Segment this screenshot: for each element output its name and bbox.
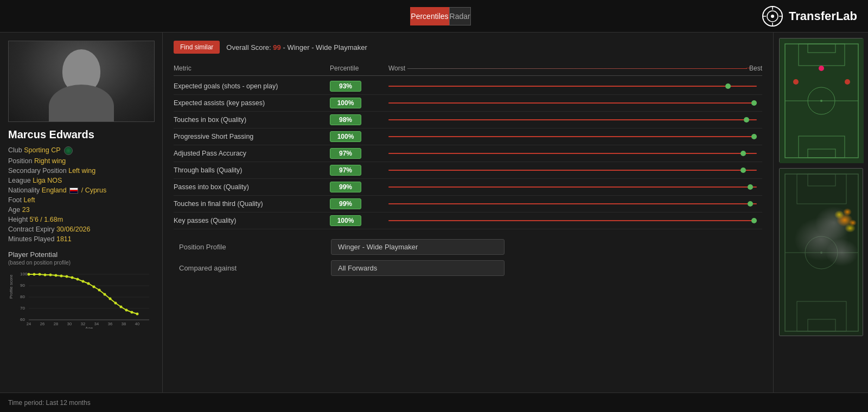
svg-text:60: 60 xyxy=(20,317,25,322)
footer: Time period: Last 12 months xyxy=(0,392,868,412)
metric-bar-container xyxy=(388,86,762,87)
svg-point-61 xyxy=(819,66,824,71)
metric-bar-container xyxy=(388,102,762,104)
metric-name: Expected assists (key passes) xyxy=(174,99,326,107)
position-profile-row: Position Profile Winger - Wide Playmaker xyxy=(174,239,762,255)
compared-against-label: Compared against xyxy=(174,264,326,272)
info-foot: Foot Left xyxy=(8,196,154,204)
percentile-badge: 99% xyxy=(330,182,361,192)
metric-bar-dot xyxy=(725,83,731,89)
metric-bar-container xyxy=(388,153,762,154)
svg-text:Profile score: Profile score xyxy=(9,274,14,299)
svg-text:80: 80 xyxy=(20,294,25,299)
percentile-badge: 93% xyxy=(330,81,361,92)
svg-point-38 xyxy=(76,278,79,281)
tab-radar[interactable]: Radar xyxy=(449,7,471,25)
metric-bar-dot xyxy=(751,100,757,106)
main-content: Marcus Edwards Club Sporting CP Position… xyxy=(0,33,868,392)
svg-text:38: 38 xyxy=(122,321,126,326)
info-contract: Contract Expiry 30/06/2026 xyxy=(8,226,154,233)
potential-subtitle: (based on position profile) xyxy=(8,260,154,266)
find-similar-bar: Find similar Overall Score: 99 - Winger … xyxy=(174,41,762,54)
potential-section: Player Potential (based on position prof… xyxy=(8,250,154,329)
info-age: Age 23 xyxy=(8,206,154,214)
svg-text:Age: Age xyxy=(85,326,93,329)
svg-point-59 xyxy=(793,79,799,85)
metric-name: Touches in final third (Quality) xyxy=(174,200,326,208)
profile-info: Position Profile Winger - Wide Playmaker… xyxy=(174,239,762,276)
info-minutes: Minutes Played 1811 xyxy=(8,235,154,243)
percentile-badge: 97% xyxy=(330,165,361,176)
svg-point-32 xyxy=(44,274,47,276)
center-content: Find similar Overall Score: 99 - Winger … xyxy=(163,33,773,392)
svg-point-34 xyxy=(55,274,58,277)
svg-point-54 xyxy=(820,100,822,102)
info-league: League Liga NOS xyxy=(8,177,154,184)
find-similar-button[interactable]: Find similar xyxy=(174,41,220,54)
svg-point-42 xyxy=(98,289,101,292)
percentile-badge: 99% xyxy=(330,198,361,209)
metric-bar-dot xyxy=(741,168,746,173)
metric-bar-dot xyxy=(751,218,757,223)
svg-point-37 xyxy=(71,276,74,279)
svg-point-78 xyxy=(849,220,857,226)
svg-point-48 xyxy=(131,311,133,314)
percentile-badge: 98% xyxy=(330,114,361,125)
metric-name: Progressive Short Passing xyxy=(174,133,326,140)
worst-best-header: Worst Best xyxy=(388,65,762,72)
pitch-mini-top xyxy=(779,38,863,163)
right-panel xyxy=(773,33,868,392)
metric-bar-container xyxy=(388,119,762,120)
metric-bar-container xyxy=(388,136,762,137)
metric-bar-track xyxy=(388,220,757,221)
percentile-badge: 100% xyxy=(330,215,361,226)
metric-row: Progressive Short Passing 100% xyxy=(174,128,762,145)
sidebar: Marcus Edwards Club Sporting CP Position… xyxy=(0,33,163,392)
metrics-header-row: Metric Percentile Worst Best xyxy=(174,61,762,76)
svg-point-29 xyxy=(28,273,30,276)
info-club: Club Sporting CP xyxy=(8,146,154,155)
svg-point-73 xyxy=(826,239,858,266)
svg-point-39 xyxy=(82,280,85,283)
metric-name: Expected goals (shots - open play) xyxy=(174,82,326,90)
svg-text:40: 40 xyxy=(135,321,139,326)
metric-name: Touches in box (Quality) xyxy=(174,116,326,124)
metric-row: Key passes (Quality) 100% xyxy=(174,213,762,229)
metric-bar-track xyxy=(388,203,757,204)
svg-point-35 xyxy=(60,275,63,278)
svg-text:34: 34 xyxy=(94,321,99,326)
potential-chart-svg: Profile score 100 90 80 70 60 xyxy=(8,269,155,329)
worst-label: Worst xyxy=(388,65,405,72)
compared-against-value: All Forwards xyxy=(331,260,505,276)
position-profile-label: Position Profile xyxy=(174,243,326,251)
svg-point-2 xyxy=(771,15,774,18)
player-photo xyxy=(8,41,155,122)
metric-bar-track xyxy=(388,102,757,104)
metric-col-header: Metric xyxy=(174,65,326,72)
metric-bar-track xyxy=(388,136,757,137)
svg-point-40 xyxy=(87,282,90,285)
percentile-badge: 97% xyxy=(330,148,361,159)
metric-row: Passes into box (Quality) 99% xyxy=(174,179,762,196)
info-secondary-position: Secondary Position Left wing xyxy=(8,167,154,175)
potential-title: Player Potential xyxy=(8,250,154,259)
svg-text:28: 28 xyxy=(54,321,58,326)
svg-point-45 xyxy=(114,302,117,305)
svg-point-41 xyxy=(93,286,95,288)
metric-bar-dot xyxy=(741,151,746,156)
overall-score: Overall Score: 99 - Winger - Wide Playma… xyxy=(226,43,367,52)
svg-text:90: 90 xyxy=(20,283,25,288)
svg-point-43 xyxy=(104,293,106,296)
potential-chart: Profile score 100 90 80 70 60 xyxy=(8,269,155,329)
metric-row: Expected assists (key passes) 100% xyxy=(174,95,762,112)
tab-percentiles[interactable]: Percentiles xyxy=(410,7,449,25)
metric-bar-container xyxy=(388,170,762,171)
brand-logo-icon xyxy=(762,5,783,27)
flag-england-icon xyxy=(69,188,78,194)
time-period-label: Time period: Last 12 months xyxy=(8,399,91,407)
metric-name: Passes into box (Quality) xyxy=(174,183,326,191)
metrics-list: Expected goals (shots - open play) 93% E… xyxy=(174,78,762,229)
svg-text:70: 70 xyxy=(20,306,25,311)
arrow-line xyxy=(407,68,747,69)
brand: TransferLab xyxy=(762,5,857,27)
